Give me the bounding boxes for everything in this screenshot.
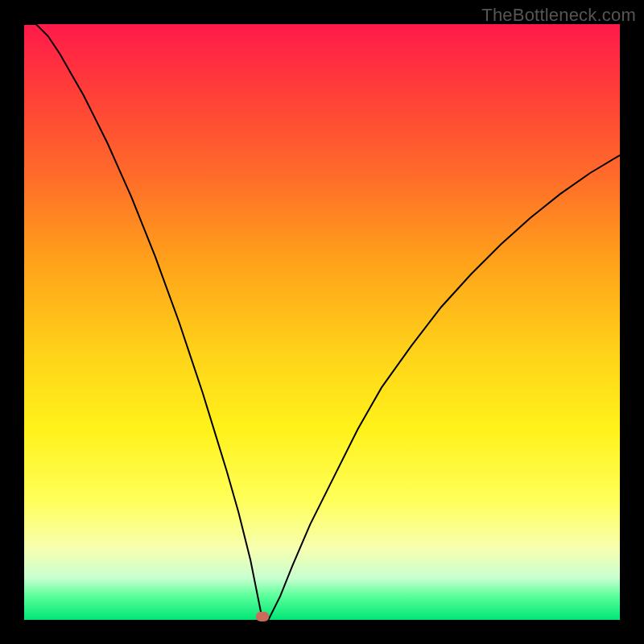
optimal-point-marker	[256, 612, 269, 621]
chart-svg	[24, 24, 620, 620]
watermark-label: TheBottleneck.com	[481, 5, 636, 26]
bottleneck-curve	[24, 24, 620, 620]
chart-plot-area	[24, 24, 620, 620]
